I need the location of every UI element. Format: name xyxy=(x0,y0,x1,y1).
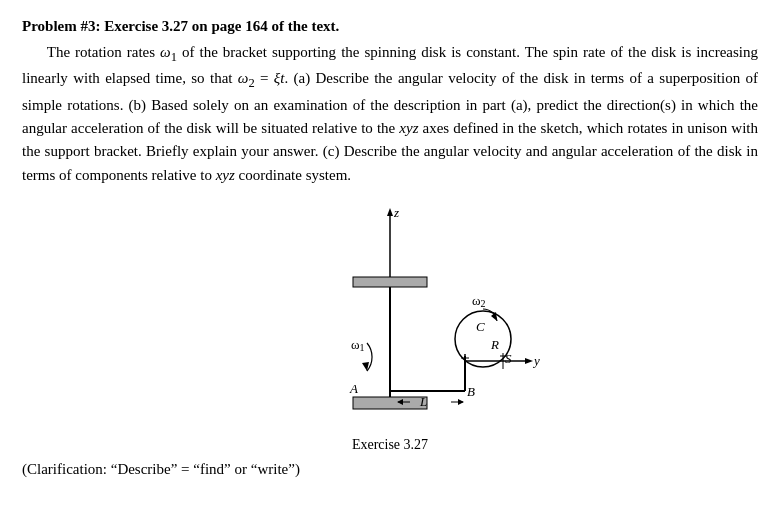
figure-caption: Exercise 3.27 xyxy=(352,437,428,453)
svg-text:ω1: ω1 xyxy=(351,337,365,353)
figure-area: z y L B S C R ω2 xyxy=(22,201,758,453)
svg-marker-15 xyxy=(458,399,464,405)
svg-text:L: L xyxy=(419,394,427,409)
clarification-text: (Clarification: “Describe” = “find” or “… xyxy=(22,461,758,478)
svg-text:S: S xyxy=(505,351,512,366)
exercise-diagram: z y L B S C R ω2 xyxy=(235,201,545,431)
svg-text:y: y xyxy=(532,353,540,368)
problem-text: The rotation rates ω1 of the bracket sup… xyxy=(22,41,758,187)
svg-text:C: C xyxy=(476,319,485,334)
svg-text:ω2: ω2 xyxy=(472,293,486,309)
svg-rect-8 xyxy=(353,277,427,287)
svg-rect-7 xyxy=(353,397,427,409)
svg-marker-1 xyxy=(387,208,393,216)
svg-marker-4 xyxy=(525,358,533,364)
svg-text:B: B xyxy=(467,384,475,399)
svg-text:A: A xyxy=(349,381,358,396)
svg-text:z: z xyxy=(393,205,399,220)
problem-title: Problem #3: Exercise 3.27 on page 164 of… xyxy=(22,18,758,35)
svg-text:R: R xyxy=(490,337,499,352)
